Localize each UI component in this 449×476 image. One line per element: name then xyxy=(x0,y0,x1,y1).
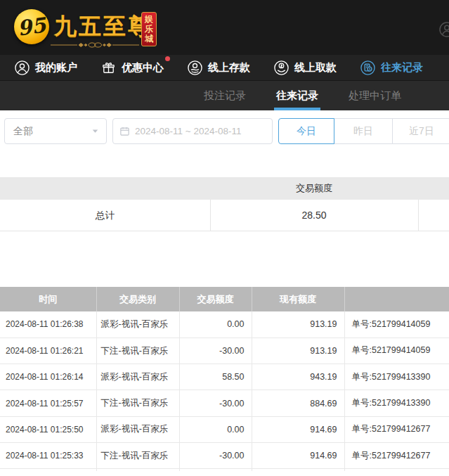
cell-type: 派彩-视讯-百家乐 xyxy=(96,364,179,390)
type-select-value: 全部 xyxy=(13,119,33,143)
table-row: 2024-08-11 01:25:57 下注-视讯-百家乐 -30.00 884… xyxy=(0,390,449,416)
cell-amount: 0.00 xyxy=(179,416,252,442)
cell-order: 单号:521799414059 xyxy=(344,311,449,337)
sub-nav: 投注记录 往来记录 处理中订单 xyxy=(0,81,449,110)
cell-empty xyxy=(344,469,449,471)
cell-amount: -30.00 xyxy=(179,390,252,416)
deposit-hand-coin-icon xyxy=(187,60,203,76)
tab-processing-orders[interactable]: 处理中订单 xyxy=(349,81,401,110)
user-avatar-icon[interactable] xyxy=(438,21,449,38)
gift-icon xyxy=(100,60,117,76)
nav-item-label: 线上存款 xyxy=(208,61,250,75)
cell-balance: 913.19 xyxy=(252,311,344,337)
cell-time: 2024-08-11 01:26:14 xyxy=(0,364,96,390)
brand-logo-icon: 95 xyxy=(14,9,49,44)
cell-type: 下注-视讯-百家乐 xyxy=(96,442,179,468)
cell-order: 单号:521799413390 xyxy=(344,364,449,390)
cell-balance: 913.19 xyxy=(252,337,344,364)
nav-item-account[interactable]: 我的账户 xyxy=(14,60,77,76)
table-row: 2024-08-11 01:25:50 派彩-视讯-百家乐 0.00 914.6… xyxy=(0,416,449,442)
main-nav: 我的账户 优惠中心 线上存款 xyxy=(0,55,449,81)
tab-label: 往来记录 xyxy=(276,89,318,103)
cell-empty xyxy=(96,469,179,471)
withdraw-hand-coin-icon xyxy=(273,60,289,76)
tab-label: 投注记录 xyxy=(204,89,246,103)
tab-bet-records[interactable]: 投注记录 xyxy=(204,81,246,110)
cell-order: 单号:521799412677 xyxy=(344,442,449,468)
cell-balance: 914.69 xyxy=(252,416,344,442)
summary-total-value: 28.50 xyxy=(210,200,418,231)
cell-empty xyxy=(179,469,252,471)
notification-dot xyxy=(165,56,170,61)
col-header-amount: 交易额度 xyxy=(179,287,252,311)
records-table: 时间 交易类别 交易额度 现有额度 2024-08-11 01:26:38 派彩… xyxy=(0,287,449,471)
cell-time: 2024-08-11 01:26:21 xyxy=(0,337,96,364)
nav-item-label: 我的账户 xyxy=(35,61,77,75)
nav-item-label: 线上取款 xyxy=(294,61,337,75)
brand-monogram: 95 xyxy=(12,7,51,46)
calendar-icon xyxy=(119,126,130,136)
user-icon xyxy=(14,60,30,76)
cell-order: 单号:521799412677 xyxy=(344,416,449,442)
records-clock-icon xyxy=(360,60,376,76)
col-header-time: 时间 xyxy=(0,287,96,311)
chevron-down-icon xyxy=(91,127,100,136)
table-row: 2024-08-11 01:25:33 下注-视讯-百家乐 -30.00 914… xyxy=(0,442,449,468)
nav-item-records[interactable]: 往来记录 xyxy=(360,60,423,76)
summary-total-label: 总计 xyxy=(0,200,210,231)
cell-balance: 884.69 xyxy=(252,390,344,416)
cell-amount: -30.00 xyxy=(179,337,252,364)
cell-amount: 58.50 xyxy=(179,364,252,390)
tab-label: 处理中订单 xyxy=(349,89,401,103)
flourish-divider-icon xyxy=(49,40,141,50)
cell-time: 2024-08-11 01:26:38 xyxy=(0,311,96,337)
cell-type: 派彩-视讯-百家乐 xyxy=(96,311,179,337)
summary-header-row: 交易额度 xyxy=(0,177,449,200)
filter-bar: 全部 2024-08-11 ~ 2024-08-11 今日 昨日 近7日 xyxy=(0,110,449,177)
cell-type: 下注-视讯-百家乐 xyxy=(96,390,179,416)
cell-amount: -30.00 xyxy=(179,442,252,468)
cell-empty xyxy=(0,469,96,471)
nav-item-label: 往来记录 xyxy=(381,61,423,75)
cell-type: 下注-视讯-百家乐 xyxy=(96,337,179,364)
date-range-input[interactable]: 2024-08-11 ~ 2024-08-11 xyxy=(112,118,273,144)
cell-balance: 914.69 xyxy=(252,442,344,468)
divider xyxy=(418,200,419,231)
cell-time: 2024-08-11 01:25:57 xyxy=(0,390,96,416)
type-select[interactable]: 全部 xyxy=(4,118,107,144)
table-row-partial xyxy=(0,469,449,471)
records-table-grid: 时间 交易类别 交易额度 现有额度 2024-08-11 01:26:38 派彩… xyxy=(0,287,449,471)
quick-date-buttons: 今日 昨日 近7日 xyxy=(278,118,449,144)
cell-time: 2024-08-11 01:25:50 xyxy=(0,416,96,442)
col-header-order xyxy=(344,287,449,311)
summary-table: 交易额度 总计 28.50 xyxy=(0,177,449,231)
yesterday-button[interactable]: 昨日 xyxy=(334,118,393,144)
table-row: 2024-08-11 01:26:21 下注-视讯-百家乐 -30.00 913… xyxy=(0,337,449,364)
nav-item-promotions[interactable]: 优惠中心 xyxy=(100,60,164,76)
table-row: 2024-08-11 01:26:38 派彩-视讯-百家乐 0.00 913.1… xyxy=(0,311,449,337)
today-button[interactable]: 今日 xyxy=(278,118,334,144)
table-row: 2024-08-11 01:26:14 派彩-视讯-百家乐 58.50 943.… xyxy=(0,364,449,390)
date-range-value: 2024-08-11 ~ 2024-08-11 xyxy=(135,126,242,136)
cell-order: 单号:521799414059 xyxy=(344,337,449,364)
nav-item-label: 优惠中心 xyxy=(122,61,164,75)
nav-item-deposit[interactable]: 线上存款 xyxy=(187,60,250,76)
logo-header: 95 九五至尊 娱乐城 xyxy=(0,0,449,55)
cell-type: 派彩-视讯-百家乐 xyxy=(96,416,179,442)
cell-empty xyxy=(252,469,344,471)
page: 95 九五至尊 娱乐城 xyxy=(0,0,449,476)
tab-transaction-records[interactable]: 往来记录 xyxy=(276,81,318,110)
summary-total-row: 总计 28.50 xyxy=(0,200,449,231)
table-header-row: 时间 交易类别 交易额度 现有额度 xyxy=(0,287,449,311)
col-header-balance: 现有额度 xyxy=(252,287,344,311)
summary-amount-header: 交易额度 xyxy=(210,177,418,200)
last7days-button[interactable]: 近7日 xyxy=(392,118,449,144)
cell-time: 2024-08-11 01:25:33 xyxy=(0,442,96,468)
brand-name: 九五至尊 xyxy=(54,11,152,42)
cell-balance: 943.19 xyxy=(252,364,344,390)
cell-order: 单号:521799413390 xyxy=(344,390,449,416)
brand-badge: 娱乐城 xyxy=(141,12,157,46)
nav-item-withdraw[interactable]: 线上取款 xyxy=(273,60,337,76)
col-header-type: 交易类别 xyxy=(96,287,179,311)
cell-amount: 0.00 xyxy=(179,311,252,337)
